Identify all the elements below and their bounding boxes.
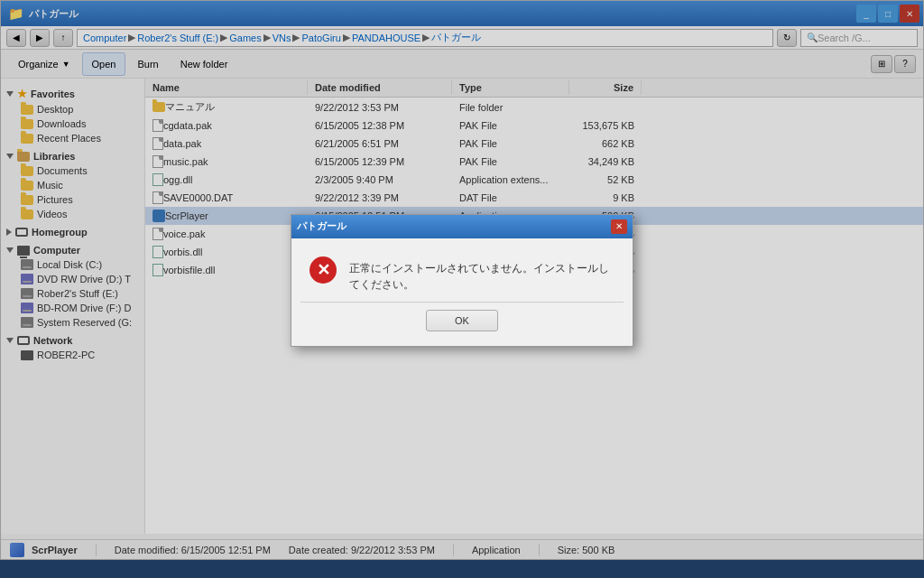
error-icon: ✕ <box>310 256 337 284</box>
error-dialog: パトガール ✕ ✕ 正常にインストールされていません。インストールしてください。… <box>291 214 633 347</box>
dialog-title-bar: パトガール ✕ <box>291 215 633 238</box>
dialog-overlay: パトガール ✕ ✕ 正常にインストールされていません。インストールしてください。… <box>1 1 923 559</box>
dialog-close-button[interactable]: ✕ <box>611 219 627 234</box>
explorer-window: 📁 パトガール _ □ ✕ ◀ ▶ ↑ Computer ▶ Rober2's … <box>0 0 924 560</box>
dialog-footer: OK <box>291 303 633 346</box>
dialog-message: 正常にインストールされていません。インストールしてください。 <box>349 256 614 293</box>
dialog-title: パトガール <box>297 219 346 233</box>
dialog-body: ✕ 正常にインストールされていません。インストールしてください。 <box>291 238 633 302</box>
dialog-ok-button[interactable]: OK <box>426 310 498 331</box>
